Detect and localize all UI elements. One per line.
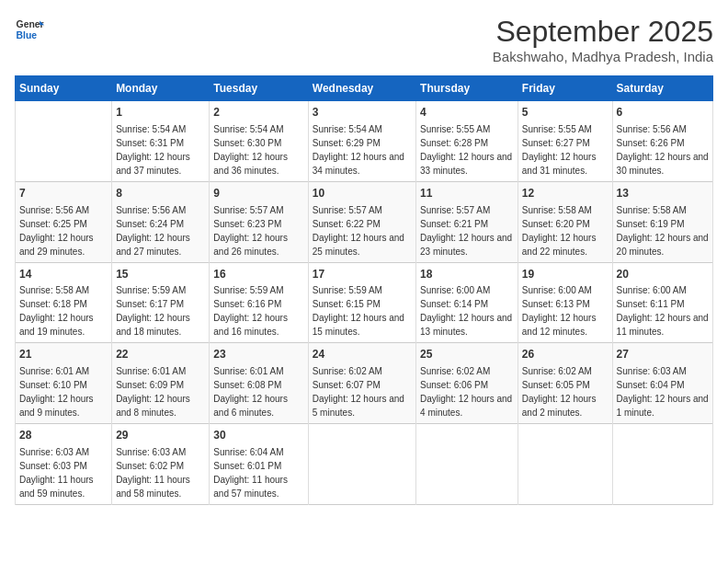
day-number: 6 [617,105,709,121]
day-number: 29 [116,428,205,443]
calendar-cell: 23Sunrise: 6:01 AMSunset: 6:08 PMDayligh… [210,343,308,424]
day-number: 17 [313,267,412,282]
calendar-cell: 30Sunrise: 6:04 AMSunset: 6:01 PMDayligh… [210,424,308,505]
day-number: 10 [313,186,412,201]
day-info: Sunrise: 5:58 AMSunset: 6:20 PMDaylight:… [522,205,597,257]
day-number: 26 [522,347,609,362]
weekday-header: Thursday [416,76,518,101]
day-number: 3 [313,105,412,121]
day-info: Sunrise: 6:01 AMSunset: 6:10 PMDaylight:… [19,366,94,418]
calendar-cell: 2Sunrise: 5:54 AMSunset: 6:30 PMDaylight… [210,101,308,182]
weekday-header: Sunday [16,76,112,101]
day-number: 12 [522,186,609,201]
day-number: 1 [116,105,205,121]
location-subtitle: Bakshwaho, Madhya Pradesh, India [493,49,713,64]
day-info: Sunrise: 6:01 AMSunset: 6:08 PMDaylight:… [213,366,288,418]
day-number: 27 [617,347,709,362]
calendar-cell [308,424,415,505]
calendar-cell: 10Sunrise: 5:57 AMSunset: 6:22 PMDayligh… [308,181,415,262]
day-info: Sunrise: 6:03 AMSunset: 6:04 PMDaylight:… [617,366,709,418]
calendar-cell: 22Sunrise: 6:01 AMSunset: 6:09 PMDayligh… [112,343,210,424]
page-header: General Blue September 2025 Bakshwaho, M… [15,15,713,64]
calendar-cell: 24Sunrise: 6:02 AMSunset: 6:07 PMDayligh… [308,343,415,424]
day-number: 9 [213,186,303,201]
day-info: Sunrise: 5:54 AMSunset: 6:30 PMDaylight:… [213,124,288,176]
calendar-cell: 14Sunrise: 5:58 AMSunset: 6:18 PMDayligh… [16,262,112,343]
calendar-cell: 16Sunrise: 5:59 AMSunset: 6:16 PMDayligh… [210,262,308,343]
day-info: Sunrise: 5:54 AMSunset: 6:31 PMDaylight:… [116,124,190,176]
calendar-cell: 7Sunrise: 5:56 AMSunset: 6:25 PMDaylight… [16,181,112,262]
day-info: Sunrise: 6:00 AMSunset: 6:13 PMDaylight:… [522,285,597,337]
day-info: Sunrise: 6:00 AMSunset: 6:14 PMDaylight:… [420,285,512,337]
calendar-cell: 9Sunrise: 5:57 AMSunset: 6:23 PMDaylight… [210,181,308,262]
calendar-cell [416,424,518,505]
day-info: Sunrise: 5:58 AMSunset: 6:19 PMDaylight:… [617,205,709,257]
calendar-cell: 28Sunrise: 6:03 AMSunset: 6:03 PMDayligh… [16,424,112,505]
calendar-cell: 21Sunrise: 6:01 AMSunset: 6:10 PMDayligh… [16,343,112,424]
day-info: Sunrise: 6:03 AMSunset: 6:02 PMDaylight:… [116,447,190,499]
weekday-header: Friday [518,76,612,101]
day-number: 8 [116,186,205,201]
day-info: Sunrise: 5:56 AMSunset: 6:24 PMDaylight:… [116,205,190,257]
day-number: 13 [617,186,709,201]
day-info: Sunrise: 5:57 AMSunset: 6:21 PMDaylight:… [420,205,512,257]
day-info: Sunrise: 6:04 AMSunset: 6:01 PMDaylight:… [213,447,288,499]
day-number: 11 [420,186,514,201]
day-info: Sunrise: 5:59 AMSunset: 6:15 PMDaylight:… [313,285,404,337]
weekday-header: Saturday [612,76,712,101]
calendar-week-row: 21Sunrise: 6:01 AMSunset: 6:10 PMDayligh… [16,343,713,424]
calendar-cell: 17Sunrise: 5:59 AMSunset: 6:15 PMDayligh… [308,262,415,343]
calendar-cell: 13Sunrise: 5:58 AMSunset: 6:19 PMDayligh… [612,181,712,262]
day-number: 21 [19,347,108,362]
day-info: Sunrise: 5:55 AMSunset: 6:27 PMDaylight:… [522,124,597,176]
day-info: Sunrise: 6:00 AMSunset: 6:11 PMDaylight:… [617,285,709,337]
month-title: September 2025 [493,15,713,49]
day-number: 22 [116,347,205,362]
day-number: 19 [522,267,609,282]
day-number: 28 [19,428,108,443]
day-info: Sunrise: 6:02 AMSunset: 6:06 PMDaylight:… [420,366,512,418]
calendar-cell: 3Sunrise: 5:54 AMSunset: 6:29 PMDaylight… [308,101,415,182]
day-info: Sunrise: 5:54 AMSunset: 6:29 PMDaylight:… [313,124,404,176]
title-block: September 2025 Bakshwaho, Madhya Pradesh… [493,15,713,64]
day-info: Sunrise: 5:59 AMSunset: 6:17 PMDaylight:… [116,285,190,337]
calendar-cell: 15Sunrise: 5:59 AMSunset: 6:17 PMDayligh… [112,262,210,343]
day-number: 25 [420,347,514,362]
calendar-week-row: 1Sunrise: 5:54 AMSunset: 6:31 PMDaylight… [16,101,713,182]
day-number: 14 [19,267,108,282]
day-info: Sunrise: 5:56 AMSunset: 6:26 PMDaylight:… [617,124,709,176]
day-info: Sunrise: 6:03 AMSunset: 6:03 PMDaylight:… [19,447,94,499]
svg-text:Blue: Blue [17,30,38,40]
day-number: 15 [116,267,205,282]
weekday-header: Monday [112,76,210,101]
calendar-cell: 29Sunrise: 6:03 AMSunset: 6:02 PMDayligh… [112,424,210,505]
calendar-week-row: 14Sunrise: 5:58 AMSunset: 6:18 PMDayligh… [16,262,713,343]
calendar-cell: 11Sunrise: 5:57 AMSunset: 6:21 PMDayligh… [416,181,518,262]
calendar-table: SundayMondayTuesdayWednesdayThursdayFrid… [15,75,713,505]
day-number: 30 [213,428,303,443]
day-number: 18 [420,267,514,282]
day-number: 2 [213,105,303,121]
calendar-cell: 12Sunrise: 5:58 AMSunset: 6:20 PMDayligh… [518,181,612,262]
day-number: 5 [522,105,609,121]
calendar-cell: 8Sunrise: 5:56 AMSunset: 6:24 PMDaylight… [112,181,210,262]
logo: General Blue [15,15,44,44]
calendar-cell: 5Sunrise: 5:55 AMSunset: 6:27 PMDaylight… [518,101,612,182]
day-info: Sunrise: 5:56 AMSunset: 6:25 PMDaylight:… [19,205,94,257]
calendar-cell: 27Sunrise: 6:03 AMSunset: 6:04 PMDayligh… [612,343,712,424]
day-info: Sunrise: 5:57 AMSunset: 6:22 PMDaylight:… [313,205,404,257]
calendar-cell: 25Sunrise: 6:02 AMSunset: 6:06 PMDayligh… [416,343,518,424]
calendar-week-row: 28Sunrise: 6:03 AMSunset: 6:03 PMDayligh… [16,424,713,505]
day-info: Sunrise: 6:02 AMSunset: 6:05 PMDaylight:… [522,366,597,418]
day-number: 4 [420,105,514,121]
day-info: Sunrise: 5:57 AMSunset: 6:23 PMDaylight:… [213,205,288,257]
calendar-cell: 19Sunrise: 6:00 AMSunset: 6:13 PMDayligh… [518,262,612,343]
day-info: Sunrise: 5:58 AMSunset: 6:18 PMDaylight:… [19,285,94,337]
day-number: 7 [19,186,108,201]
calendar-week-row: 7Sunrise: 5:56 AMSunset: 6:25 PMDaylight… [16,181,713,262]
day-info: Sunrise: 6:01 AMSunset: 6:09 PMDaylight:… [116,366,190,418]
logo-icon: General Blue [15,15,44,44]
calendar-cell: 20Sunrise: 6:00 AMSunset: 6:11 PMDayligh… [612,262,712,343]
day-number: 20 [617,267,709,282]
calendar-header-row: SundayMondayTuesdayWednesdayThursdayFrid… [16,76,713,101]
